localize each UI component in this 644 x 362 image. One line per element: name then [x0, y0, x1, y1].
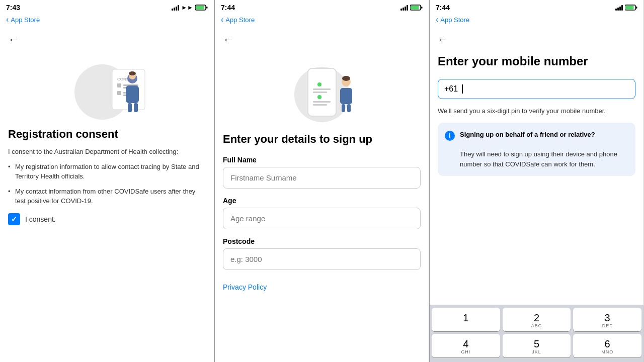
- privacy-link[interactable]: Privacy Policy: [223, 283, 267, 291]
- svg-rect-1: [196, 6, 204, 10]
- key-6[interactable]: 6 MNO: [573, 334, 641, 357]
- svg-rect-6: [117, 83, 121, 87]
- chevron-left-icon-2: ‹: [221, 15, 223, 24]
- appstore-label-3: App Store: [440, 16, 469, 24]
- fullname-group: Full Name: [223, 156, 421, 189]
- battery-icon-1: [195, 5, 208, 11]
- postcode-group: Postcode: [223, 237, 421, 270]
- consent-checkbox[interactable]: ✓: [8, 213, 20, 225]
- mobile-title: Enter your mobile number: [438, 54, 635, 69]
- postcode-input[interactable]: [223, 248, 421, 270]
- key-5[interactable]: 5 JKL: [503, 334, 571, 357]
- svg-rect-33: [347, 104, 351, 112]
- key-6-main: 6: [575, 339, 639, 349]
- chevron-left-icon-1: ‹: [6, 15, 9, 24]
- appstore-bar-3: ‹ App Store: [430, 14, 643, 27]
- key-4-main: 4: [434, 339, 498, 349]
- info-text-content: Signing up on behalf of a friend or rela…: [460, 130, 628, 169]
- consent-checkbox-row[interactable]: ✓ I consent.: [8, 213, 206, 225]
- svg-rect-31: [340, 88, 352, 104]
- details-title: Enter your details to sign up: [223, 133, 421, 146]
- status-bar-3: 7:44: [430, 0, 643, 14]
- keyboard-row-1: 1 2 ABC 3 DEF: [432, 308, 641, 331]
- battery-icon-2: [410, 5, 423, 11]
- status-bar-1: 7:43 ►►: [0, 0, 214, 14]
- bullet-list: My registration information to allow con…: [8, 162, 206, 206]
- key-5-sub: JKL: [505, 349, 569, 354]
- postcode-label: Postcode: [223, 237, 421, 245]
- info-title: Signing up on behalf of a friend or rela…: [460, 131, 595, 138]
- svg-rect-2: [206, 7, 208, 9]
- details-illustration: [223, 54, 421, 125]
- key-1-main: 1: [434, 313, 498, 323]
- screen-mobile: 7:44 ‹ App Store ← Enter your mobile num…: [430, 0, 644, 362]
- key-2-sub: ABC: [505, 323, 569, 328]
- chevron-left-icon-3: ‹: [436, 15, 438, 24]
- svg-point-26: [317, 95, 321, 99]
- country-code: +61: [444, 84, 458, 94]
- status-icons-2: [400, 5, 423, 11]
- svg-point-23: [317, 82, 321, 86]
- back-button-1[interactable]: ←: [8, 33, 206, 46]
- svg-rect-20: [421, 7, 423, 9]
- info-icon: i: [445, 131, 455, 141]
- screen-details: 7:44 ‹ App Store ←: [215, 0, 429, 362]
- key-2[interactable]: 2 ABC: [503, 308, 571, 331]
- consent-content: ← CONSENT: [0, 27, 214, 362]
- wifi-icon-1: ►►: [181, 4, 193, 11]
- appstore-bar-2: ‹ App Store: [215, 14, 429, 27]
- svg-rect-25: [313, 92, 327, 93]
- age-group: Age: [223, 197, 421, 229]
- key-6-sub: MNO: [575, 349, 639, 354]
- svg-rect-14: [128, 103, 132, 112]
- phone-input-wrapper: [462, 84, 629, 94]
- consent-body: I consent to the Australian Department o…: [8, 147, 206, 157]
- svg-point-17: [129, 71, 136, 75]
- cursor-blink: [462, 84, 463, 94]
- back-button-2[interactable]: ←: [223, 33, 421, 46]
- checkmark-icon: ✓: [11, 215, 17, 223]
- status-icons-3: [615, 5, 637, 11]
- signal-icon-2: [400, 5, 408, 11]
- time-3: 7:44: [436, 4, 450, 12]
- phone-input-container[interactable]: +61: [438, 79, 635, 99]
- appstore-label-1: App Store: [11, 16, 40, 24]
- screen-consent: 7:43 ►► ‹ App Store ←: [0, 0, 214, 362]
- info-box: i Signing up on behalf of a friend or re…: [438, 123, 635, 176]
- bullet-item-2: My contact information from other COVIDS…: [8, 187, 206, 206]
- key-3-sub: DEF: [575, 323, 639, 328]
- svg-rect-13: [126, 85, 139, 103]
- svg-rect-32: [342, 104, 345, 112]
- svg-rect-19: [411, 6, 419, 10]
- key-3-main: 3: [575, 313, 639, 323]
- time-1: 7:43: [6, 4, 20, 12]
- key-3[interactable]: 3 DEF: [573, 308, 641, 331]
- signal-icon-3: [615, 5, 623, 11]
- battery-icon-3: [625, 5, 637, 11]
- details-svg: [272, 54, 372, 125]
- bullet-item-1: My registration information to allow con…: [8, 162, 206, 182]
- keyboard: 1 2 ABC 3 DEF 4 GHI 5 JKL 6 MNO: [430, 305, 643, 362]
- key-4-sub: GHI: [434, 349, 498, 354]
- verify-text: We'll send you a six-digit pin to verify…: [438, 106, 635, 116]
- status-icons-1: ►►: [172, 4, 208, 11]
- svg-rect-36: [636, 7, 637, 9]
- key-5-main: 5: [505, 339, 569, 349]
- appstore-bar-1: ‹ App Store: [0, 14, 214, 27]
- consent-title: Registration consent: [8, 128, 206, 141]
- info-body: They will need to sign up using their de…: [460, 150, 617, 168]
- fullname-label: Full Name: [223, 156, 421, 164]
- key-4[interactable]: 4 GHI: [432, 334, 500, 357]
- fullname-input[interactable]: [223, 167, 421, 189]
- back-button-3[interactable]: ←: [438, 33, 635, 46]
- age-input[interactable]: [223, 208, 421, 229]
- svg-rect-35: [626, 6, 634, 10]
- svg-rect-15: [134, 103, 138, 112]
- svg-point-30: [342, 76, 350, 81]
- age-label: Age: [223, 197, 421, 205]
- mobile-content: ← Enter your mobile number +61 We'll sen…: [430, 27, 643, 305]
- svg-rect-27: [313, 101, 331, 103]
- keyboard-row-2: 4 GHI 5 JKL 6 MNO: [432, 334, 641, 357]
- consent-illustration: CONSENT: [8, 54, 206, 120]
- key-1[interactable]: 1: [432, 308, 500, 331]
